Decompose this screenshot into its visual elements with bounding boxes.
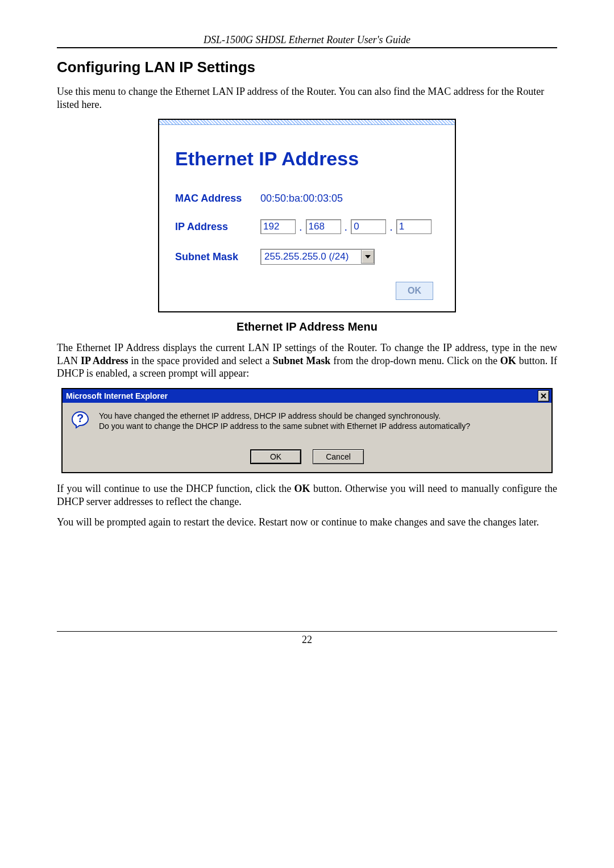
bold-subnet-mask: Subnet Mask (272, 355, 330, 366)
ip-octet-4[interactable] (396, 219, 432, 234)
ethernet-ip-panel: Ethernet IP Address MAC Address 00:50:ba… (158, 119, 456, 312)
ip-octet-3[interactable] (351, 219, 386, 234)
question-icon: ? (70, 411, 90, 430)
ip-dot: . (298, 220, 304, 233)
document-header: DSL-1500G SHDSL Ethernet Router User's G… (57, 34, 557, 48)
final-paragraph: You will be prompted again to restart th… (57, 516, 557, 529)
dialog-ok-button[interactable]: OK (250, 449, 301, 464)
close-icon[interactable] (538, 390, 549, 402)
ip-dot: . (388, 220, 394, 233)
ip-dot: . (343, 220, 349, 233)
panel-decorative-top (159, 120, 455, 125)
ip-address-label: IP Address (175, 221, 260, 233)
ip-octet-2[interactable] (306, 219, 341, 234)
bold-ok-2: OK (294, 483, 310, 494)
svg-marker-0 (365, 255, 371, 258)
explanation-paragraph: The Ethernet IP Address displays the cur… (57, 341, 557, 380)
text-fragment: from the drop-down menu. Click on the (330, 355, 500, 366)
ie-confirm-dialog: Microsoft Internet Explorer ? You have c… (61, 388, 553, 474)
dialog-message: You have changed the ethernet IP address… (99, 411, 470, 442)
post-dialog-paragraph: If you will continue to use the DHCP fun… (57, 482, 557, 508)
dialog-title-text: Microsoft Internet Explorer (66, 391, 168, 400)
text-fragment: in the space provided and select a (128, 355, 272, 366)
svg-text:?: ? (77, 412, 84, 424)
intro-paragraph: Use this menu to change the Ethernet LAN… (57, 85, 557, 111)
ip-octet-1[interactable] (260, 219, 296, 234)
bold-ip-address: IP Address (81, 355, 128, 366)
mac-address-value: 00:50:ba:00:03:05 (260, 193, 343, 205)
page-footer: 22 (57, 631, 557, 646)
dialog-nbsp (99, 431, 470, 441)
text-fragment: If you will continue to use the DHCP fun… (57, 483, 294, 494)
dialog-cancel-button[interactable]: Cancel (313, 449, 364, 464)
chevron-down-icon[interactable] (361, 250, 374, 264)
figure-caption: Ethernet IP Address Menu (57, 320, 557, 333)
dialog-titlebar: Microsoft Internet Explorer (63, 389, 551, 403)
page-number: 22 (302, 634, 312, 645)
ip-address-input-group: . . . (260, 219, 432, 234)
mac-address-label: MAC Address (175, 193, 260, 205)
bold-ok: OK (500, 355, 516, 366)
dialog-line-1: You have changed the ethernet IP address… (99, 411, 470, 421)
panel-title: Ethernet IP Address (175, 148, 439, 170)
subnet-mask-select[interactable]: 255.255.255.0 (/24) (260, 249, 375, 265)
subnet-mask-label: Subnet Mask (175, 251, 260, 263)
subnet-mask-value: 255.255.255.0 (/24) (264, 251, 361, 262)
ok-button[interactable]: OK (396, 282, 433, 300)
section-heading: Configuring LAN IP Settings (57, 59, 557, 76)
dialog-line-2: Do you want to change the DHCP IP addres… (99, 421, 470, 431)
